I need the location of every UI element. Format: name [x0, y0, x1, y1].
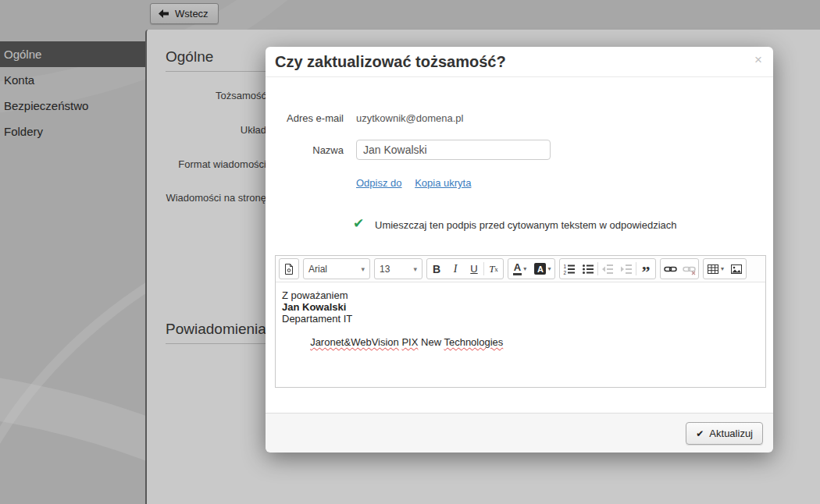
- signature-editor: Arial ▾ 13 ▾ B I U Tx: [275, 255, 766, 388]
- indent-icon: [620, 263, 633, 275]
- remove-format-letter: T: [489, 263, 494, 275]
- signature-checkbox-label: Umieszczaj ten podpis przed cytowanym te…: [375, 219, 677, 231]
- dialog-title: Czy zaktualizować tożsamość?: [275, 53, 506, 71]
- numbered-list-button[interactable]: 1 2: [560, 260, 579, 278]
- signature-word: New: [418, 336, 444, 348]
- background-color-icon: A: [534, 263, 546, 275]
- source-button[interactable]: [280, 260, 298, 278]
- identity-links: Odpisz do Kopia ukryta: [356, 177, 481, 189]
- update-identity-dialog: Czy zaktualizować tożsamość? × Adres e-m…: [266, 47, 773, 452]
- signature-word: Jaronet&WebVision: [310, 336, 399, 348]
- reply-to-link[interactable]: Odpisz do: [356, 177, 402, 189]
- blockquote-button[interactable]: ”: [636, 263, 655, 281]
- check-icon: ✔: [696, 428, 704, 439]
- text-color-icon: A: [513, 262, 522, 275]
- chevron-down-icon: ▾: [523, 265, 526, 272]
- bold-button[interactable]: B: [427, 260, 446, 278]
- chevron-down-icon: ▾: [407, 265, 417, 273]
- table-button[interactable]: ▾: [704, 260, 727, 278]
- italic-button[interactable]: I: [446, 260, 465, 278]
- email-label: Adres e-mail: [266, 112, 344, 124]
- dialog-header: Czy zaktualizować tożsamość? ×: [266, 47, 773, 77]
- font-size-value: 13: [380, 264, 390, 275]
- indent-button[interactable]: [617, 260, 636, 278]
- svg-text:1: 1: [564, 264, 567, 269]
- bullet-list-button[interactable]: [579, 260, 597, 278]
- bcc-link[interactable]: Kopia ukryta: [415, 177, 471, 189]
- editor-toolbar: Arial ▾ 13 ▾ B I U Tx: [276, 256, 765, 282]
- unlink-icon[interactable]: [679, 260, 698, 278]
- numbered-list-icon: 1 2: [563, 263, 576, 275]
- background-color-button[interactable]: A ▾: [531, 260, 554, 278]
- link-icon: [664, 263, 677, 275]
- remove-format-sub: x: [494, 265, 498, 273]
- font-name-select[interactable]: Arial ▾: [304, 260, 369, 278]
- link-button[interactable]: [661, 260, 679, 278]
- signature-line: Jan Kowalski: [282, 301, 759, 313]
- outdent-button[interactable]: [598, 260, 617, 278]
- update-button[interactable]: ✔ Aktualizuj: [686, 422, 763, 445]
- chevron-down-icon: ▾: [721, 265, 724, 272]
- signature-word: PIX: [401, 336, 418, 348]
- dialog-footer: ✔ Aktualizuj: [266, 413, 773, 453]
- outdent-icon: [601, 263, 614, 275]
- chevron-down-icon: ▾: [547, 265, 551, 272]
- image-icon: [730, 263, 743, 275]
- image-button[interactable]: [727, 260, 746, 278]
- signature-word: Technologies: [444, 336, 503, 348]
- chevron-down-icon: ▾: [355, 265, 365, 273]
- svg-text:2: 2: [564, 270, 567, 275]
- signature-line: Departament IT: [282, 313, 759, 325]
- text-color-button[interactable]: A ▾: [508, 260, 531, 278]
- email-value: uzytkownik@domena.pl: [356, 112, 463, 124]
- signature-editor-content[interactable]: Z poważaniem Jan Kowalski Departament IT…: [276, 282, 765, 375]
- settings-screen: Wstecz Ogólne Konta Bezpieczeństwo Folde…: [0, 0, 820, 504]
- underline-button[interactable]: U: [465, 260, 483, 278]
- font-name-value: Arial: [308, 264, 327, 275]
- name-input[interactable]: [356, 140, 551, 160]
- signature-checkbox[interactable]: ✔: [353, 215, 364, 232]
- name-label: Nazwa: [266, 144, 344, 156]
- close-icon[interactable]: ×: [754, 53, 762, 66]
- bullet-list-icon: [582, 263, 594, 275]
- source-icon: [283, 263, 295, 275]
- signature-line: Jaronet&WebVision PIX New Technologies: [282, 325, 759, 360]
- remove-format-button[interactable]: Tx: [484, 260, 503, 278]
- font-size-select[interactable]: 13 ▾: [375, 260, 422, 278]
- table-icon: [707, 263, 719, 275]
- update-button-label: Aktualizuj: [709, 428, 753, 439]
- signature-line: Z poważaniem: [282, 289, 759, 301]
